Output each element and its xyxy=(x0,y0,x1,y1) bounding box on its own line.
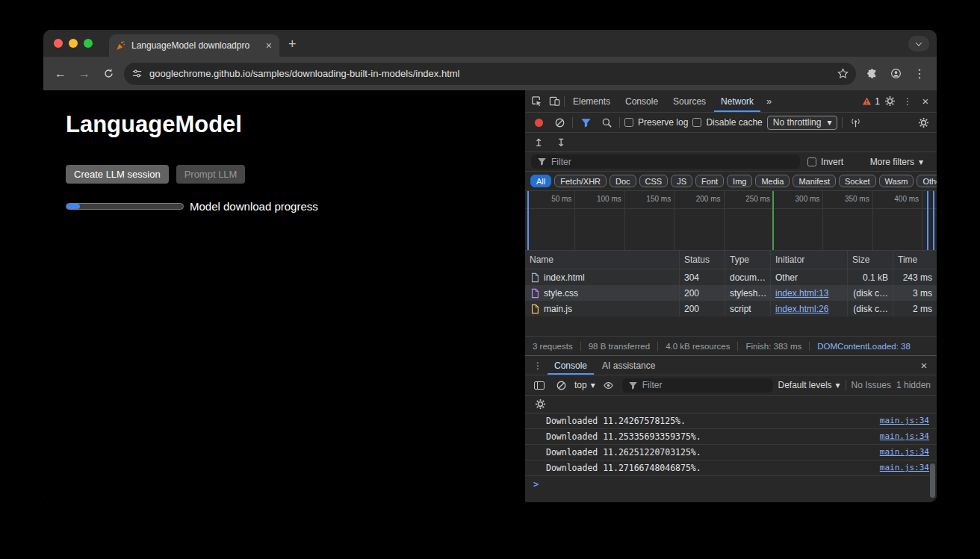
column-header-status[interactable]: Status xyxy=(680,251,725,269)
network-conditions-icon[interactable] xyxy=(847,115,863,130)
devtools-tab-console[interactable]: Console xyxy=(618,90,665,112)
preserve-log-checkbox[interactable]: Preserve log xyxy=(624,117,688,128)
console-sidebar-icon[interactable] xyxy=(531,378,548,393)
table-row[interactable]: index.html 304 docum… Other 0.1 kB 243 m… xyxy=(525,269,937,285)
console-settings-gear-icon[interactable] xyxy=(532,397,548,412)
devtools-tab-network[interactable]: Network xyxy=(714,90,760,112)
filter-chip-media[interactable]: Media xyxy=(755,175,790,187)
divider xyxy=(572,117,573,128)
log-levels-select[interactable]: Default levels ▾ xyxy=(778,380,840,390)
console-message[interactable]: Downloaded 11.27166748046875%. main.js:3… xyxy=(525,460,937,476)
request-time: 3 ms xyxy=(893,285,937,301)
message-source-link[interactable]: main.js:34 xyxy=(872,429,929,444)
record-network-log-button[interactable] xyxy=(530,115,547,130)
console-messages: Downloaded 11.24267578125%. main.js:34 D… xyxy=(525,413,937,502)
request-type: script xyxy=(725,301,771,316)
filter-chip-wasm[interactable]: Wasm xyxy=(879,175,914,187)
inspect-element-icon[interactable] xyxy=(528,94,545,109)
issues-warning-indicator[interactable]: 1 xyxy=(862,96,880,107)
devtools-menu-kebab-icon[interactable]: ⋮ xyxy=(899,94,916,109)
console-filter-input[interactable]: Filter xyxy=(622,378,773,393)
back-button[interactable]: ← xyxy=(49,63,72,85)
network-filter-input[interactable]: Filter xyxy=(531,154,800,169)
device-toolbar-icon[interactable] xyxy=(546,94,562,109)
network-timeline[interactable]: 50 ms100 ms150 ms200 ms250 ms300 ms350 m… xyxy=(525,191,937,251)
console-message[interactable]: Downloaded 11.25335693359375%. main.js:3… xyxy=(525,429,937,445)
address-bar[interactable]: googlechrome.github.io/samples/downloadi… xyxy=(124,63,856,85)
close-window-button[interactable] xyxy=(54,39,63,48)
network-settings-gear-icon[interactable] xyxy=(915,115,931,130)
initiator-link[interactable]: index.html:26 xyxy=(775,304,828,314)
request-type: stylesh… xyxy=(725,285,771,301)
bookmark-star-icon[interactable] xyxy=(837,68,849,79)
console-message[interactable]: Downloaded 11.24267578125%. main.js:34 xyxy=(525,413,937,429)
tab-close-icon[interactable]: × xyxy=(264,40,273,51)
filter-chip-js[interactable]: JS xyxy=(671,175,692,187)
request-name: index.html xyxy=(544,272,585,283)
filter-chip-doc[interactable]: Doc xyxy=(610,175,636,187)
new-tab-button[interactable]: + xyxy=(279,37,297,57)
filter-chip-css[interactable]: CSS xyxy=(639,175,669,187)
network-search-icon[interactable] xyxy=(598,115,615,130)
message-source-link[interactable]: main.js:34 xyxy=(872,413,929,428)
javascript-context-select[interactable]: top ▾ xyxy=(574,380,595,390)
throttling-select[interactable]: No throttling ▾ xyxy=(767,116,838,130)
request-status: 304 xyxy=(680,269,725,285)
more-tabs-icon[interactable]: » xyxy=(762,96,776,107)
column-header-type[interactable]: Type xyxy=(725,251,771,269)
live-expression-eye-icon[interactable] xyxy=(601,378,617,393)
filter-chip-font[interactable]: Font xyxy=(695,175,724,187)
table-row[interactable]: style.css 200 stylesh… index.html:13 (di… xyxy=(525,285,937,301)
profile-avatar-icon[interactable] xyxy=(884,63,907,85)
import-har-icon[interactable]: ↥ xyxy=(530,135,547,150)
filter-chip-manifest[interactable]: Manifest xyxy=(793,175,836,187)
filter-chip-socket[interactable]: Socket xyxy=(839,175,876,187)
minimize-window-button[interactable] xyxy=(69,39,78,48)
message-source-link[interactable]: main.js:34 xyxy=(872,445,929,460)
export-har-icon[interactable]: ↧ xyxy=(553,135,569,150)
column-header-name[interactable]: Name xyxy=(525,251,680,269)
network-toolbar: Preserve log Disable cache No throttling… xyxy=(525,113,937,133)
devtools-close-icon[interactable]: × xyxy=(917,94,934,109)
filter-funnel-icon xyxy=(537,157,547,166)
filter-chip-fetch-xhr[interactable]: Fetch/XHR xyxy=(554,175,607,187)
scrollbar-thumb[interactable] xyxy=(930,463,935,498)
filter-chip-img[interactable]: Img xyxy=(727,175,752,187)
browser-tab[interactable]: LanguageModel downloadpro × xyxy=(109,34,279,57)
drawer-close-icon[interactable]: × xyxy=(916,358,932,373)
extensions-icon[interactable] xyxy=(860,63,883,85)
column-header-time[interactable]: Time xyxy=(893,251,937,269)
hidden-messages-label[interactable]: 1 hidden xyxy=(896,380,931,390)
more-filters-dropdown[interactable]: More filters ▾ xyxy=(870,157,923,167)
devtools-settings-gear-icon[interactable] xyxy=(881,94,898,109)
tab-search-chevron-button[interactable] xyxy=(908,36,929,51)
devtools-tab-sources[interactable]: Sources xyxy=(666,90,713,112)
create-llm-session-button[interactable]: Create LLM session xyxy=(66,165,169,184)
model-download-progress-bar xyxy=(66,203,184,210)
disable-cache-checkbox[interactable]: Disable cache xyxy=(692,117,762,128)
clear-network-log-icon[interactable] xyxy=(551,115,568,130)
drawer-menu-kebab-icon[interactable]: ⋮ xyxy=(530,358,546,373)
clear-console-icon[interactable] xyxy=(553,378,569,393)
forward-button[interactable]: → xyxy=(73,63,96,85)
fullscreen-window-button[interactable] xyxy=(84,39,93,48)
prompt-llm-button[interactable]: Prompt LLM xyxy=(176,165,246,184)
filter-chip-other[interactable]: Other xyxy=(917,175,937,187)
invert-checkbox[interactable]: Invert xyxy=(807,157,843,167)
drawer-tab-console[interactable]: Console xyxy=(548,356,594,375)
table-row[interactable]: main.js 200 script index.html:26 (disk c… xyxy=(525,301,937,316)
browser-menu-kebab-icon[interactable]: ⋮ xyxy=(908,63,931,85)
console-prompt[interactable]: > xyxy=(525,476,937,493)
initiator-link[interactable]: index.html:13 xyxy=(775,288,828,299)
column-header-initiator[interactable]: Initiator xyxy=(771,251,848,269)
filter-chip-all[interactable]: All xyxy=(530,175,551,187)
no-issues-label[interactable]: No Issues xyxy=(852,380,891,390)
console-message[interactable]: Downloaded 11.26251220703125%. main.js:3… xyxy=(525,445,937,460)
message-source-link[interactable]: main.js:34 xyxy=(872,460,929,475)
column-header-size[interactable]: Size xyxy=(848,251,893,269)
drawer-tab-ai-assistance[interactable]: AI assistance xyxy=(595,356,662,375)
filter-toggle-icon[interactable] xyxy=(577,115,594,130)
devtools-tab-elements[interactable]: Elements xyxy=(566,90,617,112)
site-settings-icon[interactable] xyxy=(131,68,143,79)
reload-button[interactable] xyxy=(97,63,120,85)
